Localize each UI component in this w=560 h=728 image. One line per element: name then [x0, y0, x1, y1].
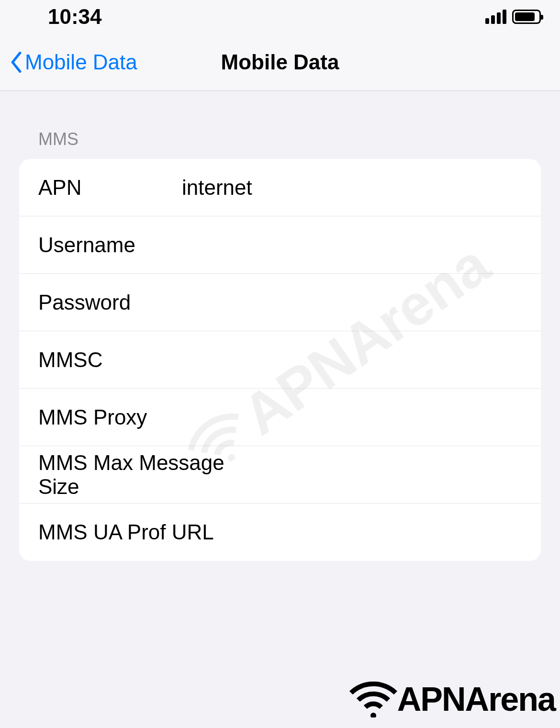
footer-text: APNArena — [397, 680, 555, 718]
mms-ua-prof-input[interactable] — [259, 520, 522, 544]
wifi-icon — [349, 682, 397, 717]
battery-icon — [512, 10, 541, 24]
row-username[interactable]: Username — [19, 216, 541, 274]
username-input[interactable] — [182, 233, 522, 257]
row-label: MMSC — [38, 348, 182, 372]
row-mms-proxy[interactable]: MMS Proxy — [19, 389, 541, 446]
page-title: Mobile Data — [221, 50, 339, 74]
status-bar: 10:34 — [0, 0, 560, 34]
content: MMS APN Username Password MMSC MMS Proxy… — [0, 91, 560, 561]
row-mms-ua-prof-url[interactable]: MMS UA Prof URL — [19, 504, 541, 561]
chevron-left-icon — [10, 52, 23, 73]
status-time: 10:34 — [48, 5, 102, 29]
back-label: Mobile Data — [25, 50, 137, 74]
cellular-signal-icon — [485, 10, 506, 24]
section-header-mms: MMS — [19, 129, 541, 159]
row-apn[interactable]: APN — [19, 159, 541, 216]
password-input[interactable] — [182, 291, 522, 314]
row-label: Username — [38, 233, 182, 257]
navigation-bar: Mobile Data Mobile Data — [0, 34, 560, 91]
back-button[interactable]: Mobile Data — [0, 50, 137, 74]
row-label: MMS Max Message Size — [38, 451, 259, 499]
mms-max-size-input[interactable] — [259, 463, 522, 487]
row-mms-max-message-size[interactable]: MMS Max Message Size — [19, 446, 541, 504]
row-mmsc[interactable]: MMSC — [19, 331, 541, 389]
status-indicators — [485, 10, 541, 24]
row-label: MMS UA Prof URL — [38, 520, 259, 544]
settings-group-mms: APN Username Password MMSC MMS Proxy MMS… — [19, 159, 541, 561]
row-label: MMS Proxy — [38, 405, 182, 429]
footer-logo: APNArena — [349, 680, 555, 718]
row-label: APN — [38, 176, 182, 200]
mmsc-input[interactable] — [182, 348, 522, 372]
mms-proxy-input[interactable] — [182, 405, 522, 429]
apn-input[interactable] — [182, 176, 522, 200]
row-password[interactable]: Password — [19, 274, 541, 331]
row-label: Password — [38, 291, 182, 314]
